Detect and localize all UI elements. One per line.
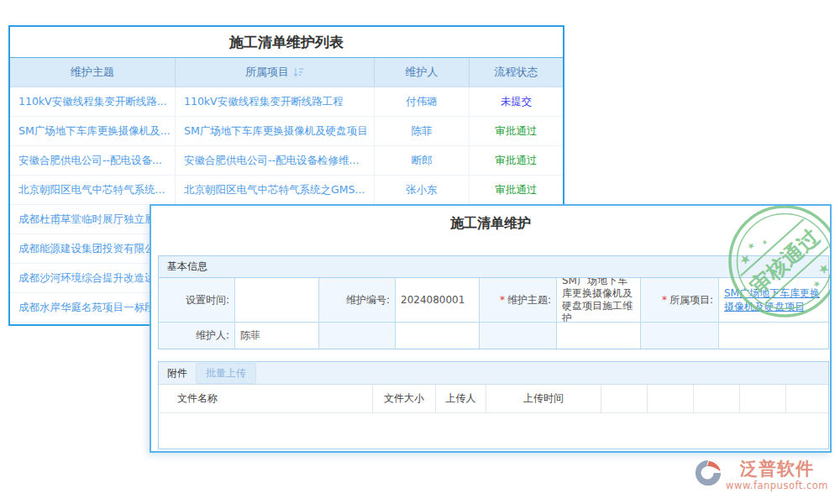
empty-value-cell xyxy=(396,323,480,349)
brand-footer: 泛普软件 www.fanpusoft.com xyxy=(694,459,828,491)
table-row[interactable]: 安徽合肥供电公司--配电设备... 安徽合肥供电公司--配电设备检修维... 断… xyxy=(10,146,563,176)
cell-maintainer: 陈菲 xyxy=(375,117,470,145)
cell-status: 审批通过 xyxy=(470,146,563,175)
empty-header-cell xyxy=(740,385,786,412)
maintainer-input[interactable]: 陈菲 xyxy=(235,323,319,349)
required-mark: * xyxy=(500,294,505,306)
cell-project[interactable]: 北京朝阳区电气中芯特气系统之GMS... xyxy=(176,176,375,204)
column-header-topic-label: 维护主题 xyxy=(71,65,114,80)
attachments-bar: 附件 批量上传 xyxy=(159,362,828,385)
project-label: * 所属项目: xyxy=(641,278,719,323)
column-header-status: 流程状态 xyxy=(470,58,563,87)
maintenance-no-label: 维护编号: xyxy=(319,278,396,323)
table-row[interactable]: SM广场地下车库更换摄像机及... SM广场地下车库更换摄像机及硬盘项目 陈菲 … xyxy=(10,117,563,146)
form-row: 维护人: 陈菲 xyxy=(159,323,828,349)
column-header-project[interactable]: 所属项目 xyxy=(176,58,375,87)
cell-project[interactable]: 安徽合肥供电公司--配电设备检修维... xyxy=(176,146,375,175)
empty-value-cell xyxy=(557,323,641,349)
empty-label-cell xyxy=(319,323,396,349)
cell-status: 未提交 xyxy=(470,87,563,116)
empty-header-cell xyxy=(786,385,828,412)
file-size-header: 文件大小 xyxy=(373,385,436,412)
empty-header-cell xyxy=(694,385,740,412)
detail-window: 施工清单维护 审核通过 ★ ★ ★ ★ ★ 基本信息 xyxy=(150,204,832,453)
attachments-empty-body xyxy=(159,413,828,447)
star-icon: ★ xyxy=(745,240,757,252)
column-header-maintainer: 维护人 xyxy=(375,58,470,87)
file-name-header: 文件名称 xyxy=(159,385,373,412)
table-row[interactable]: 110kV安徽线程集变开断线路... 110kV安徽线程集变开断线路工程 付伟璐… xyxy=(10,87,563,117)
cell-topic[interactable]: 安徽合肥供电公司--配电设备... xyxy=(10,146,176,175)
maintenance-topic-value[interactable]: SM广场地下车库更换摄像机及硬盘项目施工维护 xyxy=(557,278,641,323)
cell-topic[interactable]: 110kV安徽线程集变开断线路... xyxy=(10,87,176,116)
list-header-row: 维护主题 所属项目 维护人 流程状态 xyxy=(10,58,563,87)
basic-info-section-title: 基本信息 xyxy=(159,256,828,278)
list-window-title: 施工清单维护列表 xyxy=(10,27,563,58)
column-header-topic: 维护主题 xyxy=(10,58,176,87)
cell-maintainer: 张小东 xyxy=(375,176,470,204)
sort-icon[interactable] xyxy=(293,67,304,77)
attachments-section: 附件 批量上传 文件名称 文件大小 上传人 上传时间 xyxy=(158,361,829,449)
project-link-cell: SM广场地下车库更换摄像机及硬盘项目 xyxy=(719,278,828,323)
empty-label-cell xyxy=(480,323,557,349)
maintenance-no-value[interactable]: 2024080001 xyxy=(396,278,480,323)
set-time-input[interactable] xyxy=(235,278,319,323)
column-header-status-label: 流程状态 xyxy=(495,65,538,80)
empty-header-cell xyxy=(601,385,648,412)
screen: 施工清单维护列表 维护主题 所属项目 维护人 流程状态 xyxy=(0,0,840,504)
set-time-label: 设置时间: xyxy=(159,278,235,323)
fanpu-logo-icon xyxy=(694,459,722,487)
upload-time-header: 上传时间 xyxy=(486,385,601,412)
cell-project[interactable]: SM广场地下车库更换摄像机及硬盘项目 xyxy=(176,117,375,145)
brand-url: www.fanpusoft.com xyxy=(726,480,828,491)
cell-status: 审批通过 xyxy=(470,176,563,204)
uploader-header: 上传人 xyxy=(436,385,486,412)
project-link[interactable]: SM广场地下车库更换摄像机及硬盘项目 xyxy=(724,286,823,313)
empty-value-cell xyxy=(719,323,828,349)
column-header-project-label: 所属项目 xyxy=(245,65,289,80)
batch-upload-button[interactable]: 批量上传 xyxy=(196,363,256,384)
cell-topic[interactable]: 北京朝阳区电气中芯特气系统... xyxy=(10,176,176,204)
attachments-header-row: 文件名称 文件大小 上传人 上传时间 xyxy=(159,385,828,413)
cell-topic[interactable]: SM广场地下车库更换摄像机及... xyxy=(10,117,176,145)
detail-window-title: 施工清单维护 xyxy=(151,215,830,233)
empty-label-cell xyxy=(641,323,719,349)
maintainer-label: 维护人: xyxy=(159,323,235,349)
cell-maintainer: 断郎 xyxy=(375,146,470,175)
basic-info-section: 基本信息 设置时间: 维护编号: 2024080001 * 维护主题: SM广场… xyxy=(158,255,829,349)
maintenance-topic-label: * 维护主题: xyxy=(480,278,557,323)
empty-header-cell xyxy=(648,385,694,412)
column-header-maintainer-label: 维护人 xyxy=(406,65,438,80)
brand-texts: 泛普软件 www.fanpusoft.com xyxy=(726,459,828,491)
star-icon: ★ xyxy=(760,238,769,247)
required-mark: * xyxy=(662,294,667,306)
brand-name: 泛普软件 xyxy=(740,459,814,479)
cell-maintainer: 付伟璐 xyxy=(375,87,470,116)
cell-project[interactable]: 110kV安徽线程集变开断线路工程 xyxy=(176,87,375,116)
attachments-section-title: 附件 xyxy=(167,366,187,381)
table-row[interactable]: 北京朝阳区电气中芯特气系统... 北京朝阳区电气中芯特气系统之GMS... 张小… xyxy=(10,176,563,205)
cell-status: 审批通过 xyxy=(470,117,563,145)
form-row: 设置时间: 维护编号: 2024080001 * 维护主题: SM广场地下车库更… xyxy=(159,278,828,323)
